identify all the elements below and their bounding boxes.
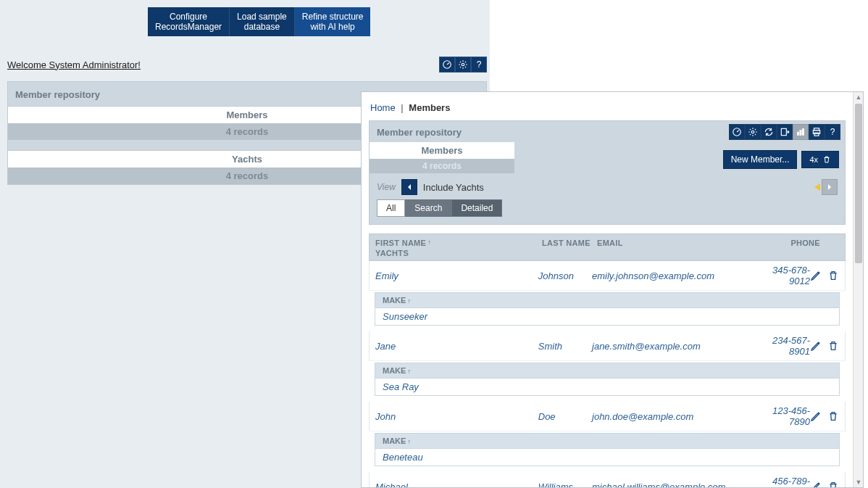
th-last-name[interactable]: LAST NAME — [542, 239, 597, 247]
members-table: FIRST NAME↑ LAST NAME EMAIL PHONE YACHTS… — [369, 233, 846, 488]
filter-tabs: All Search Detailed — [370, 199, 845, 224]
welcome-user-link[interactable]: Welcome System Administrator! — [7, 59, 141, 70]
trash-icon[interactable] — [827, 410, 839, 422]
help-icon[interactable]: ? — [471, 57, 487, 73]
nested-cell-make[interactable]: Beneteau — [375, 449, 839, 466]
new-member-label: New Member... — [731, 154, 790, 165]
view-right-controls — [814, 179, 838, 195]
edit-icon[interactable] — [810, 410, 822, 422]
view-label: View — [377, 182, 396, 192]
edit-icon[interactable] — [810, 340, 822, 352]
load-sample-db-button[interactable]: Load sample database — [230, 7, 295, 36]
sort-asc-icon: ↑ — [407, 368, 411, 375]
btn-line1: Refine structure — [302, 12, 364, 22]
cell-last-name: Doe — [538, 411, 592, 422]
dashboard-icon[interactable] — [439, 57, 455, 73]
cell-first-name: Jane — [375, 341, 538, 352]
cell-email: michael.williams@example.com — [592, 481, 755, 489]
table-row[interactable]: Michael Williams michael.williams@exampl… — [369, 472, 846, 488]
cell-last-name: Smith — [538, 341, 592, 352]
svg-rect-7 — [802, 128, 804, 135]
cell-phone: 345-678-9012 — [755, 265, 810, 286]
table-row[interactable]: Emily Johnson emily.johnson@example.com … — [369, 261, 846, 291]
scroll-down-icon[interactable]: ▼ — [854, 477, 864, 487]
sort-asc-icon: ↑ — [427, 239, 431, 246]
cell-last-name: Johnson — [538, 270, 592, 281]
th-yachts[interactable]: YACHTS — [375, 249, 839, 257]
svg-rect-6 — [800, 131, 801, 136]
config-bar: Configure RecordsManager Load sample dat… — [148, 7, 370, 36]
gear-icon[interactable] — [455, 57, 471, 73]
breadcrumb-sep: | — [398, 102, 406, 113]
nested-cell-make[interactable]: Sea Ray — [375, 379, 839, 395]
nested-yachts: MAKE↑ Sunseeker — [375, 292, 840, 326]
tab-all[interactable]: All — [377, 199, 405, 217]
th-email[interactable]: EMAIL — [597, 239, 764, 247]
print-icon[interactable] — [809, 124, 825, 140]
help-label: ? — [830, 127, 835, 137]
cell-last-name: Williams — [538, 481, 592, 489]
help-icon[interactable]: ? — [825, 124, 840, 140]
header-icon-group: ? — [439, 57, 487, 73]
row-actions — [810, 270, 839, 281]
table-row[interactable]: Jane Smith jane.smith@example.com 234-56… — [369, 331, 846, 361]
th-first-name[interactable]: FIRST NAME↑ — [375, 239, 542, 247]
scroll-thumb[interactable] — [855, 104, 862, 263]
svg-point-3 — [751, 131, 754, 133]
view-current: Include Yachts — [423, 182, 484, 193]
subtab-label: Members — [370, 142, 514, 159]
scrollbar[interactable]: ▲ ▼ — [853, 92, 863, 487]
trash-icon[interactable] — [827, 270, 839, 281]
scroll-up-icon[interactable]: ▲ — [854, 92, 864, 102]
refresh-icon[interactable] — [761, 124, 777, 140]
nested-th-make[interactable]: MAKE↑ — [375, 363, 839, 379]
members-sub-block: Member repository ? Members 4 records — [369, 120, 846, 225]
cell-first-name: John — [375, 411, 538, 422]
table-row[interactable]: John Doe john.doe@example.com 123-456-78… — [369, 402, 846, 431]
btn-line2: database — [244, 22, 280, 32]
gear-icon[interactable] — [745, 124, 761, 140]
nested-th-make[interactable]: MAKE↑ — [375, 293, 839, 308]
svg-point-1 — [462, 63, 464, 66]
panel-inner: Home | Members Member repository ? Membe… — [362, 92, 853, 487]
nested-th-make-label: MAKE — [383, 296, 406, 305]
nested-th-make-label: MAKE — [383, 437, 406, 445]
nested-th-make[interactable]: MAKE↑ — [375, 434, 839, 449]
nested-yachts: MAKE↑ Beneteau — [375, 433, 840, 466]
delete-all-button[interactable]: 4x — [801, 151, 839, 168]
sub-toolbar: ? — [729, 124, 840, 140]
help-label: ? — [477, 59, 482, 70]
subtab-count: 4 records — [370, 159, 514, 173]
new-member-button[interactable]: New Member... — [723, 150, 798, 169]
detail-panel: ▲ ▼ Home | Members Member repository ? M… — [361, 91, 864, 488]
subtab-rest: New Member... 4x — [514, 142, 845, 173]
tab-search[interactable]: Search — [405, 199, 451, 217]
trash-icon[interactable] — [827, 481, 839, 488]
btn-line2: RecordsManager — [155, 22, 222, 32]
tab-detailed[interactable]: Detailed — [451, 199, 502, 217]
cell-phone: 234-567-8901 — [755, 335, 810, 357]
delete-count: 4x — [809, 155, 818, 164]
cell-first-name: Emily — [375, 270, 538, 281]
breadcrumb-home[interactable]: Home — [370, 102, 396, 113]
export-icon[interactable] — [777, 124, 793, 140]
refine-structure-ai-button[interactable]: Refine structure with AI help — [295, 7, 371, 36]
trash-icon — [822, 155, 831, 164]
subtab-members[interactable]: Members 4 records — [370, 142, 514, 173]
trash-icon[interactable] — [827, 340, 839, 352]
configure-recordsmanager-button[interactable]: Configure RecordsManager — [148, 7, 230, 36]
nested-yachts: MAKE↑ Sea Ray — [375, 363, 840, 396]
cell-phone: 123-456-7890 — [755, 405, 810, 427]
edit-icon[interactable] — [810, 270, 822, 281]
row-actions — [810, 340, 839, 352]
view-next-button[interactable] — [822, 179, 838, 195]
view-prev-button[interactable] — [401, 179, 417, 195]
th-phone[interactable]: PHONE — [764, 239, 820, 247]
view-row: View Include Yachts — [370, 173, 845, 199]
edit-icon[interactable] — [810, 481, 822, 488]
action-bar: New Member... 4x — [723, 150, 839, 169]
dashboard-icon[interactable] — [729, 124, 745, 140]
cell-email: jane.smith@example.com — [592, 341, 755, 352]
cell-phone: 456-789-0123 — [755, 476, 810, 488]
nested-cell-make[interactable]: Sunseeker — [375, 308, 839, 325]
